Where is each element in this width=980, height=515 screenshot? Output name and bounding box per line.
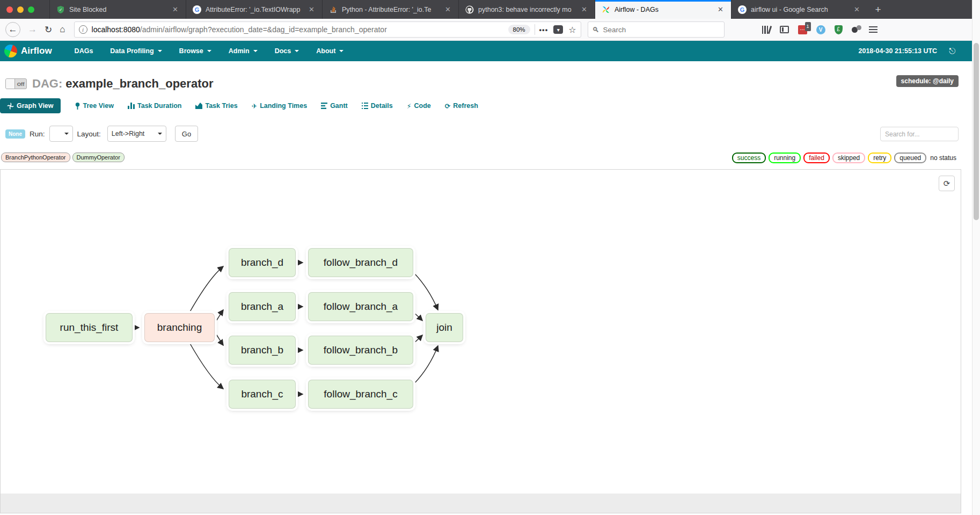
close-window-button[interactable] bbox=[6, 6, 13, 13]
close-icon[interactable]: ✕ bbox=[306, 4, 317, 14]
nav-item-admin[interactable]: Admin bbox=[220, 41, 266, 61]
status-queued: queued bbox=[894, 153, 926, 163]
refresh-icon: ⟳ bbox=[445, 102, 450, 110]
utc-clock: 2018-04-30 21:55:13 UTC bbox=[859, 47, 938, 55]
dag-node-follow-branch-b[interactable]: follow_branch_b bbox=[308, 336, 413, 365]
nav-item-about[interactable]: About bbox=[308, 41, 352, 61]
nav-item-data-profiling[interactable]: Data Profiling bbox=[101, 41, 170, 61]
tab-python3-github[interactable]: python3: behave incorrectly mo ✕ bbox=[458, 0, 595, 19]
sidebar-toggle-icon[interactable] bbox=[780, 26, 789, 33]
privacy-shield-icon[interactable]: £ bbox=[835, 25, 843, 34]
refresh-link[interactable]: ⟳ Refresh bbox=[445, 102, 478, 110]
tab-task-duration[interactable]: Task Duration bbox=[128, 102, 181, 110]
zoom-level-indicator[interactable]: 80% bbox=[508, 25, 530, 34]
library-icon[interactable] bbox=[762, 26, 771, 34]
back-icon[interactable]: ← bbox=[5, 22, 20, 37]
tab-graph-view[interactable]: Graph View bbox=[0, 98, 61, 113]
list-icon bbox=[362, 103, 368, 109]
dag-node-follow-branch-a[interactable]: follow_branch_a bbox=[308, 292, 413, 321]
ghostery-extension-icon[interactable] bbox=[852, 25, 861, 34]
tab-site-blocked[interactable]: ✓ Site Blocked ✕ bbox=[49, 0, 186, 19]
page-scrollbar[interactable] bbox=[972, 0, 980, 515]
pocket-icon[interactable]: ▾ bbox=[553, 25, 563, 34]
forward-icon[interactable]: → bbox=[28, 24, 37, 35]
tree-icon bbox=[75, 103, 81, 110]
dag-node-run-this-first[interactable]: run_this_first bbox=[46, 313, 133, 342]
graph-refresh-button[interactable]: ⟳ bbox=[939, 176, 955, 191]
nav-item-dags[interactable]: DAGs bbox=[66, 41, 102, 61]
dag-node-branch-c[interactable]: branch_c bbox=[229, 380, 296, 409]
chevron-down-icon bbox=[253, 50, 258, 52]
stackoverflow-icon bbox=[329, 5, 338, 14]
dag-node-follow-branch-d[interactable]: follow_branch_d bbox=[308, 248, 413, 277]
close-icon[interactable]: ✕ bbox=[579, 4, 589, 14]
dag-node-branch-a[interactable]: branch_a bbox=[229, 292, 296, 321]
dag-label: DAG: bbox=[32, 77, 62, 90]
airflow-brand[interactable]: Airflow bbox=[21, 46, 52, 56]
tab-task-tries[interactable]: Task Tries bbox=[195, 102, 237, 110]
close-icon[interactable]: ✕ bbox=[715, 4, 726, 14]
dag-node-follow-branch-c[interactable]: follow_branch_c bbox=[308, 380, 413, 409]
chevron-down-icon bbox=[158, 50, 162, 52]
run-select[interactable] bbox=[49, 126, 73, 142]
tab-tree-view[interactable]: Tree View bbox=[75, 102, 114, 110]
task-search-input[interactable] bbox=[880, 127, 959, 141]
close-icon[interactable]: ✕ bbox=[852, 4, 862, 14]
dag-id: example_branch_operator bbox=[65, 77, 213, 90]
tab-landing-times[interactable]: ✈ Landing Times bbox=[252, 102, 307, 110]
svg-text:G: G bbox=[195, 6, 200, 13]
tab-python-stackoverflow[interactable]: Python - AttributeError: '_io.Te ✕ bbox=[322, 0, 458, 19]
reload-icon[interactable]: ↻ bbox=[45, 24, 52, 35]
menu-icon[interactable] bbox=[869, 26, 877, 33]
adblock-extension-icon[interactable]: ⋯1 bbox=[798, 25, 807, 34]
nav-item-docs[interactable]: Docs bbox=[266, 41, 308, 61]
tab-gantt[interactable]: Gantt bbox=[321, 102, 348, 110]
status-no-status: no status bbox=[929, 154, 957, 162]
run-layout-controls: None Run: Layout: Left->Right Go bbox=[5, 126, 198, 142]
svg-text:G: G bbox=[740, 6, 745, 13]
tab-title: Airflow - DAGs bbox=[615, 6, 711, 13]
browser-toolbar: ← → ↻ ⌂ i localhost:8080/admin/airflow/g… bbox=[0, 19, 980, 41]
tab-airflow-ui-search[interactable]: G airflow ui - Google Search ✕ bbox=[731, 0, 867, 19]
browser-search-bar[interactable]: 🔍︎ bbox=[588, 21, 725, 38]
page-actions-icon[interactable]: ••• bbox=[539, 26, 548, 34]
tab-airflow-dags[interactable]: Airflow - DAGs ✕ bbox=[595, 0, 731, 19]
close-icon[interactable]: ✕ bbox=[443, 4, 453, 14]
close-icon[interactable]: ✕ bbox=[170, 4, 180, 14]
view-tabs: Graph View Tree View Task Duration Task … bbox=[0, 98, 478, 113]
go-button[interactable]: Go bbox=[175, 126, 198, 142]
scrollbar-thumb[interactable] bbox=[974, 43, 979, 220]
bookmark-star-icon[interactable]: ☆ bbox=[568, 25, 576, 35]
layout-select[interactable]: Left->Right bbox=[107, 126, 166, 142]
zoom-window-button[interactable] bbox=[28, 6, 34, 13]
home-icon[interactable]: ⌂ bbox=[60, 24, 65, 35]
dag-pause-toggle[interactable]: Off bbox=[5, 78, 27, 89]
tab-code[interactable]: ⚡ Code bbox=[407, 102, 431, 110]
logout-icon[interactable]: ⎋ bbox=[949, 46, 955, 56]
tab-attributeerror-google[interactable]: G AttributeError: '_io.TextIOWrapp ✕ bbox=[186, 0, 322, 19]
blue-extension-icon[interactable]: V bbox=[816, 25, 825, 34]
dag-node-branch-b[interactable]: branch_b bbox=[229, 336, 296, 365]
run-state-badge: None bbox=[5, 129, 25, 139]
tab-details[interactable]: Details bbox=[362, 102, 393, 110]
dag-node-branching[interactable]: branching bbox=[144, 313, 215, 342]
chevron-down-icon bbox=[295, 50, 299, 52]
dag-node-branch-d[interactable]: branch_d bbox=[229, 248, 296, 277]
browser-search-input[interactable] bbox=[603, 26, 711, 34]
url-bar[interactable]: i localhost:8080/admin/airflow/graph?exe… bbox=[74, 21, 581, 38]
site-info-icon[interactable]: i bbox=[79, 25, 87, 34]
tab-title: AttributeError: '_io.TextIOWrapp bbox=[206, 6, 302, 13]
google-icon: G bbox=[738, 5, 747, 14]
nav-item-browse[interactable]: Browse bbox=[171, 41, 220, 61]
dag-node-join[interactable]: join bbox=[426, 313, 463, 342]
run-label: Run: bbox=[30, 130, 45, 138]
minimize-window-button[interactable] bbox=[17, 6, 24, 13]
new-tab-button[interactable]: + bbox=[867, 0, 889, 19]
schedule-badge: schedule: @daily bbox=[896, 75, 959, 87]
search-icon: 🔍︎ bbox=[593, 26, 599, 34]
browser-tabstrip: ✓ Site Blocked ✕ G AttributeError: '_io.… bbox=[0, 0, 980, 19]
airflow-navbar: Airflow DAGs Data Profiling Browse Admin… bbox=[0, 41, 980, 61]
tab-title: Python - AttributeError: '_io.Te bbox=[342, 6, 438, 13]
status-success: success bbox=[732, 153, 766, 163]
operator-legend: BranchPythonOperator DummyOperator bbox=[1, 153, 125, 162]
